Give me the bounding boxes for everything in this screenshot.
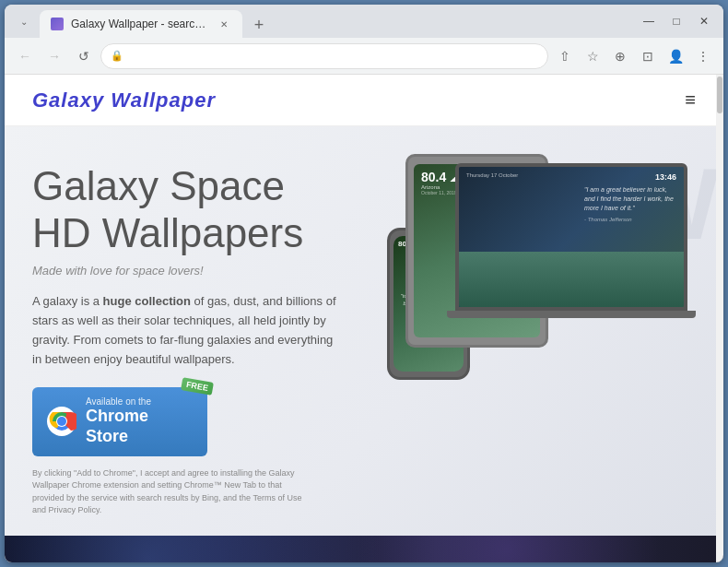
hero-title-line1: Galaxy Space (32, 163, 285, 208)
back-button[interactable]: ← (12, 43, 38, 69)
new-tab-button[interactable]: + (246, 12, 272, 38)
stars-overlay (5, 536, 723, 562)
site-logo: Galaxy Wallpaper (32, 89, 216, 112)
maximize-button[interactable]: □ (664, 9, 688, 33)
hero-title: Galaxy Space HD Wallpapers (32, 163, 346, 256)
cast-button[interactable]: ⊡ (635, 43, 661, 69)
laptop-quote: "I am a great believer in luck, and I fi… (584, 185, 676, 224)
lock-icon: 🔒 (111, 50, 123, 62)
hero-section: GW Galaxy Space HD Wallpapers Made with … (5, 126, 723, 536)
close-button[interactable]: ✕ (692, 9, 716, 33)
tab-favicon (51, 18, 64, 30)
laptop-date: Thursday 17 October (466, 172, 518, 178)
free-badge: FREE (181, 378, 214, 396)
hero-description: A galaxy is a huge collection of gas, du… (32, 292, 346, 369)
laptop-screen: 13:46 Thursday 17 October "I am a great … (455, 163, 687, 311)
disclaimer-text: By clicking "Add to Chrome", I accept an… (32, 467, 309, 517)
laptop-mockup: 13:46 Thursday 17 October "I am a great … (442, 163, 700, 338)
laptop-screen-content: 13:46 Thursday 17 October "I am a great … (459, 167, 684, 307)
bottom-strip (5, 536, 723, 562)
chrome-btn-store: Chrome Store (86, 407, 193, 446)
bookmark-button[interactable]: ☆ (580, 43, 605, 69)
title-bar: ⌄ Galaxy Wallpaper - search the w... ✕ +… (5, 5, 723, 38)
scrollbar[interactable] (716, 75, 723, 562)
site-header: Galaxy Wallpaper ≡ (5, 75, 723, 126)
nav-actions: ⇧ ☆ ⊕ ⊡ 👤 ⋮ (552, 43, 716, 69)
chrome-icon (47, 407, 76, 436)
laptop-landscape-image (459, 252, 684, 307)
hero-desc-bold: huge collection (103, 294, 191, 308)
minimize-button[interactable]: — (637, 9, 661, 33)
share-button[interactable]: ⇧ (552, 43, 578, 69)
scrollbar-thumb[interactable] (717, 77, 722, 113)
tab-bar: Galaxy Wallpaper - search the w... ✕ + (40, 5, 629, 38)
profile-button[interactable]: 👤 (663, 43, 688, 69)
hero-content-left: Galaxy Space HD Wallpapers Made with lov… (32, 163, 346, 517)
tab-close-button[interactable]: ✕ (217, 17, 231, 31)
menu-button[interactable]: ⋮ (690, 43, 716, 69)
tab-scroll-controls: ⌄ (12, 9, 36, 33)
nav-bar: ← → ↺ 🔒 ⇧ ☆ ⊕ ⊡ 👤 ⋮ (5, 38, 723, 75)
reload-button[interactable]: ↺ (71, 43, 97, 69)
chrome-btn-text: Available on the Chrome Store (86, 396, 193, 446)
chrome-btn-available: Available on the (86, 396, 193, 407)
window-controls: — □ ✕ (637, 9, 716, 33)
hamburger-menu[interactable]: ≡ (685, 89, 696, 111)
address-bar[interactable]: 🔒 (100, 43, 548, 69)
svg-point-3 (57, 417, 66, 426)
tab-title: Galaxy Wallpaper - search the w... (71, 18, 209, 30)
extension-button[interactable]: ⊕ (607, 43, 633, 69)
hero-title-line2: HD Wallpapers (32, 210, 303, 255)
hero-desc-part1: A galaxy is a (32, 294, 103, 308)
hero-subtitle: Made with love for space lovers! (32, 264, 346, 278)
chrome-store-button[interactable]: FREE Available on the (32, 387, 207, 455)
forward-button[interactable]: → (41, 43, 67, 69)
laptop-quote-attr: - Thomas Jefferson (584, 216, 676, 223)
laptop-base (447, 311, 696, 318)
tab-scroll-left[interactable]: ⌄ (12, 9, 36, 33)
devices-area: 80.4 "tough times never last but tough p… (387, 145, 700, 458)
page-content: Galaxy Wallpaper ≡ GW Galaxy Space HD Wa… (5, 75, 723, 562)
active-tab[interactable]: Galaxy Wallpaper - search the w... ✕ (40, 10, 242, 38)
browser-window: ⌄ Galaxy Wallpaper - search the w... ✕ +… (5, 5, 723, 562)
laptop-time: 13:46 (655, 172, 676, 182)
